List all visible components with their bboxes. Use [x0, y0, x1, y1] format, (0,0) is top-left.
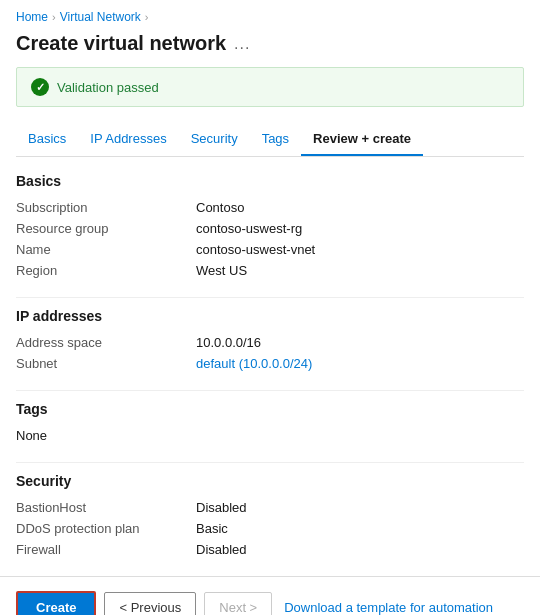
section-title-ip: IP addresses [16, 308, 524, 324]
tab-review-create[interactable]: Review + create [301, 123, 423, 156]
label-resource-group: Resource group [16, 221, 196, 236]
section-basics: Basics Subscription Contoso Resource gro… [16, 173, 524, 281]
page-title: Create virtual network [16, 32, 226, 55]
next-button[interactable]: Next > [204, 592, 272, 615]
label-subscription: Subscription [16, 200, 196, 215]
more-options-icon[interactable]: ... [234, 35, 250, 53]
section-ip-addresses: IP addresses Address space 10.0.0.0/16 S… [16, 308, 524, 374]
label-address-space: Address space [16, 335, 196, 350]
field-region: Region West US [16, 260, 524, 281]
previous-button[interactable]: < Previous [104, 592, 196, 615]
tab-tags[interactable]: Tags [250, 123, 301, 156]
field-subnet: Subnet default (10.0.0.0/24) [16, 353, 524, 374]
breadcrumb-sep-1: › [52, 11, 56, 23]
section-title-basics: Basics [16, 173, 524, 189]
field-resource-group: Resource group contoso-uswest-rg [16, 218, 524, 239]
label-subnet: Subnet [16, 356, 196, 371]
value-ddos: Basic [196, 521, 228, 536]
divider-2 [16, 390, 524, 391]
value-tags-none: None [16, 428, 47, 443]
divider-3 [16, 462, 524, 463]
section-tags: Tags None [16, 401, 524, 446]
breadcrumb-sep-2: › [145, 11, 149, 23]
check-icon [31, 78, 49, 96]
breadcrumb-home[interactable]: Home [16, 10, 48, 24]
label-bastion-host: BastionHost [16, 500, 196, 515]
section-title-tags: Tags [16, 401, 524, 417]
label-region: Region [16, 263, 196, 278]
value-subnet[interactable]: default (10.0.0.0/24) [196, 356, 312, 371]
value-bastion-host: Disabled [196, 500, 247, 515]
tab-basics[interactable]: Basics [16, 123, 78, 156]
label-firewall: Firewall [16, 542, 196, 557]
download-template-link[interactable]: Download a template for automation [284, 600, 493, 615]
field-address-space: Address space 10.0.0.0/16 [16, 332, 524, 353]
value-name: contoso-uswest-vnet [196, 242, 315, 257]
tab-ip-addresses[interactable]: IP Addresses [78, 123, 178, 156]
page-header: Create virtual network ... [0, 28, 540, 67]
validation-message: Validation passed [57, 80, 159, 95]
field-name: Name contoso-uswest-vnet [16, 239, 524, 260]
breadcrumb: Home › Virtual Network › [0, 0, 540, 28]
breadcrumb-virtual-network[interactable]: Virtual Network [60, 10, 141, 24]
value-subscription: Contoso [196, 200, 244, 215]
section-title-security: Security [16, 473, 524, 489]
value-firewall: Disabled [196, 542, 247, 557]
field-bastion-host: BastionHost Disabled [16, 497, 524, 518]
validation-banner: Validation passed [16, 67, 524, 107]
field-firewall: Firewall Disabled [16, 539, 524, 560]
label-name: Name [16, 242, 196, 257]
field-subscription: Subscription Contoso [16, 197, 524, 218]
create-button[interactable]: Create [16, 591, 96, 615]
tab-security[interactable]: Security [179, 123, 250, 156]
field-ddos: DDoS protection plan Basic [16, 518, 524, 539]
tab-bar: Basics IP Addresses Security Tags Review… [16, 123, 524, 157]
value-region: West US [196, 263, 247, 278]
value-resource-group: contoso-uswest-rg [196, 221, 302, 236]
section-security: Security BastionHost Disabled DDoS prote… [16, 473, 524, 560]
label-ddos: DDoS protection plan [16, 521, 196, 536]
field-tags-none: None [16, 425, 524, 446]
divider-1 [16, 297, 524, 298]
main-content: Basics Subscription Contoso Resource gro… [0, 157, 540, 560]
value-address-space: 10.0.0.0/16 [196, 335, 261, 350]
footer: Create < Previous Next > Download a temp… [0, 576, 540, 615]
